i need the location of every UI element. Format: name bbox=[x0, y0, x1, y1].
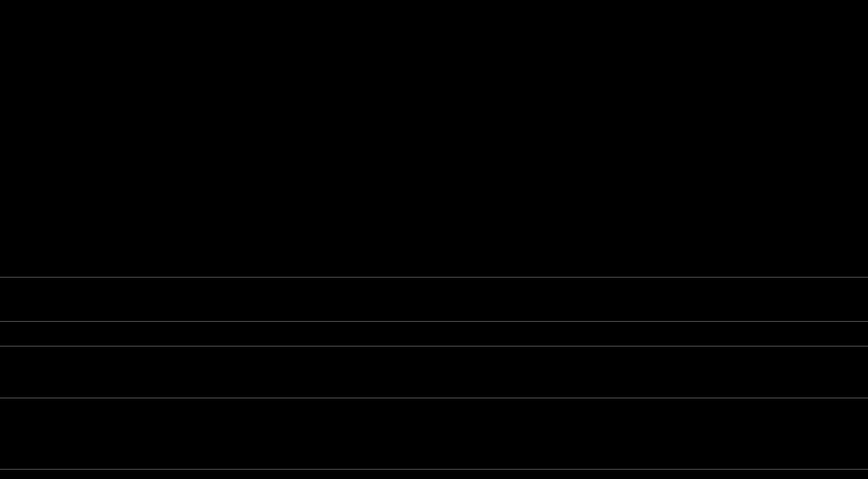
laguerre-indicator-canvas[interactable] bbox=[0, 346, 868, 398]
symbol-label bbox=[4, 409, 11, 417]
panel-separator[interactable] bbox=[0, 398, 868, 398]
time-axis[interactable] bbox=[0, 470, 868, 479]
macd-indicator-canvas[interactable] bbox=[0, 278, 868, 321]
panel-separator[interactable] bbox=[0, 321, 868, 322]
symbol-name bbox=[4, 409, 11, 417]
stoch-histogram-canvas[interactable] bbox=[0, 322, 868, 346]
multi-info-panel bbox=[0, 398, 868, 469]
panel-separator[interactable] bbox=[0, 277, 868, 278]
panel-separator[interactable] bbox=[0, 346, 868, 346]
main-price-chart[interactable] bbox=[0, 0, 868, 277]
panel-separator[interactable] bbox=[0, 469, 868, 470]
mt4-chart-window bbox=[0, 0, 868, 479]
